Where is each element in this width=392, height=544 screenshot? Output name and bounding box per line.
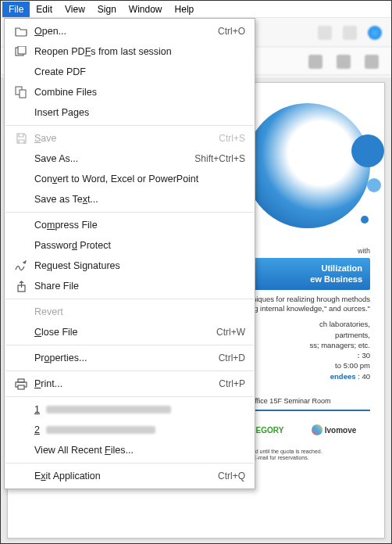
file-menu-dropdown: Open... Ctrl+O Reopen PDFs from last ses… — [4, 18, 255, 489]
folder-open-icon — [12, 26, 30, 37]
menu-item-compress[interactable]: Compress File — [5, 215, 255, 235]
menu-item-print[interactable]: Print... Ctrl+P — [5, 374, 255, 394]
item-label: Properties... — [12, 353, 219, 363]
item-label: Close File — [12, 327, 216, 338]
svg-rect-1 — [18, 46, 26, 54]
item-label: Combine Files — [30, 87, 245, 98]
menu-window[interactable]: Window — [123, 2, 169, 17]
item-label: Exit Application — [12, 471, 218, 481]
reopen-icon — [12, 46, 30, 57]
sec-icon-3[interactable] — [365, 55, 379, 69]
combine-icon — [12, 86, 30, 98]
menu-item-exit[interactable]: Exit Application Ctrl+Q — [5, 466, 255, 486]
bell-icon[interactable] — [343, 26, 357, 40]
menu-item-view-all-recent[interactable]: View All Recent Files... — [5, 440, 255, 460]
item-label: Request Signatures — [30, 260, 245, 271]
item-label: Share File — [30, 281, 245, 292]
shortcut: Ctrl+O — [218, 26, 245, 37]
menu-item-share-file[interactable]: Share File — [5, 276, 255, 296]
menu-item-reopen[interactable]: Reopen PDFs from last session — [5, 41, 255, 62]
menu-item-save-as-text[interactable]: Save as Text... — [5, 189, 255, 209]
menu-item-open[interactable]: Open... Ctrl+O — [5, 21, 255, 41]
menu-item-convert[interactable]: Convert to Word, Excel or PowerPoint — [5, 169, 255, 189]
blur-filename-2 — [46, 426, 155, 434]
separator — [5, 463, 254, 463]
menu-item-save-as[interactable]: Save As... Shift+Ctrl+S — [5, 149, 255, 169]
menu-item-password-protect[interactable]: Password Protect — [5, 235, 255, 256]
item-label: Password Protect — [12, 240, 245, 251]
item-label: 2 — [12, 424, 245, 435]
menubar: File Edit View Sign Window Help — [1, 1, 391, 18]
sponsor-3: Ivomove — [312, 424, 357, 435]
item-label: Save as Text... — [12, 194, 245, 205]
menu-item-recent-1[interactable]: 1 — [5, 399, 255, 420]
item-label: Open... — [30, 26, 218, 37]
menu-item-properties[interactable]: Properties... Ctrl+D — [5, 348, 255, 368]
menu-help[interactable]: Help — [169, 2, 201, 17]
signature-icon — [12, 260, 30, 271]
menu-item-combine[interactable]: Combine Files — [5, 82, 255, 102]
item-label: Convert to Word, Excel or PowerPoint — [12, 174, 245, 184]
blur-filename-1 — [46, 406, 171, 413]
separator — [5, 345, 254, 345]
item-label: Create PDF — [12, 66, 245, 77]
shortcut: Ctrl+S — [219, 133, 245, 144]
sponsor-3-icon — [312, 424, 323, 435]
shortcut: Ctrl+D — [219, 353, 245, 363]
item-label: Save — [30, 133, 219, 144]
menu-item-recent-2[interactable]: 2 — [5, 420, 255, 440]
item-label: 1 — [12, 404, 245, 415]
menu-item-close-file[interactable]: Close File Ctrl+W — [5, 322, 255, 342]
svg-rect-3 — [20, 90, 26, 98]
separator — [5, 370, 254, 371]
menu-edit[interactable]: Edit — [30, 2, 59, 17]
separator — [5, 125, 254, 126]
shortcut: Ctrl+Q — [218, 471, 245, 481]
menu-item-insert-pages[interactable]: Insert Pages — [5, 102, 255, 123]
item-label: View All Recent Files... — [12, 445, 245, 456]
menu-view[interactable]: View — [59, 2, 91, 17]
menu-item-save: Save Ctrl+S — [5, 128, 255, 149]
menu-item-request-signatures[interactable]: Request Signatures — [5, 256, 255, 276]
bubble-graphic — [245, 103, 370, 228]
account-icon[interactable] — [368, 26, 382, 40]
toolbar-icon-1[interactable] — [318, 26, 332, 40]
separator — [5, 299, 254, 299]
separator — [5, 212, 254, 213]
share-icon — [12, 281, 30, 292]
menu-file[interactable]: File — [2, 2, 30, 17]
svg-rect-7 — [18, 385, 24, 389]
separator — [5, 396, 254, 397]
svg-rect-5 — [18, 379, 24, 382]
menu-item-create-pdf[interactable]: Create PDF — [5, 62, 255, 82]
item-label: Compress File — [12, 220, 245, 231]
item-label: Save As... — [12, 153, 194, 164]
save-icon — [12, 133, 30, 145]
shortcut: Shift+Ctrl+S — [194, 153, 245, 164]
menu-item-revert: Revert — [5, 302, 255, 322]
print-icon — [12, 378, 30, 390]
item-label: Insert Pages — [12, 107, 245, 118]
shortcut: Ctrl+W — [216, 327, 245, 338]
item-label: Print... — [30, 378, 219, 389]
sec-icon-2[interactable] — [337, 55, 351, 69]
sec-icon-1[interactable] — [308, 55, 323, 69]
shortcut: Ctrl+P — [219, 378, 245, 389]
item-label: Reopen PDFs from last session — [30, 46, 245, 57]
item-label: Revert — [12, 306, 245, 317]
menu-sign[interactable]: Sign — [91, 2, 123, 17]
